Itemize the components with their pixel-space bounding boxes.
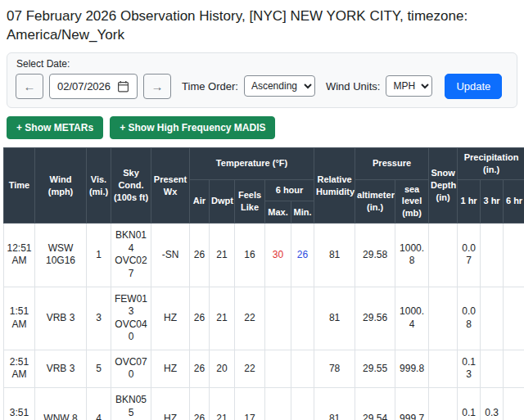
- next-day-button[interactable]: →: [143, 74, 171, 99]
- sea-level-pressure-cell: 1000.8: [395, 224, 429, 287]
- precip-3hr-cell: [481, 350, 504, 387]
- altimeter-cell: 29.56: [355, 287, 395, 350]
- precip-1hr-cell: 0.07: [458, 224, 481, 287]
- table-row: 1:51 AMVRB 33FEW013 OVC040HZ2621228129.5…: [4, 287, 524, 350]
- visibility-cell: 1: [87, 224, 111, 287]
- time-cell: 3:51 AM: [4, 388, 35, 420]
- wind-cell: VRB 3: [35, 287, 87, 350]
- wind-cell: WSW 10G16: [35, 224, 87, 287]
- sky-condition-cell: BKN055 OVC085: [111, 388, 151, 420]
- obs-table-body: 12:51 AMWSW 10G161BKN014 OVC027-SN262116…: [4, 224, 524, 420]
- show-metars-button[interactable]: + Show METARs: [7, 116, 103, 139]
- date-value: 02/07/2026: [57, 80, 111, 93]
- sea-level-pressure-cell: 999.7: [395, 388, 429, 420]
- wind-units-label: Wind Units:: [326, 80, 380, 93]
- time-cell: 12:51 AM: [4, 224, 35, 287]
- snow-depth-cell: [429, 350, 458, 387]
- header-sky-condition: Sky Cond. (100s ft): [111, 147, 151, 223]
- table-header: Time Wind (mph) Vis. (mi.) Sky Cond. (10…: [4, 147, 524, 223]
- relative-humidity-cell: 81: [314, 388, 355, 420]
- snow-depth-cell: [429, 287, 458, 350]
- max-temp-cell: [265, 287, 291, 350]
- feels-like-cell: 22: [235, 287, 265, 350]
- toggle-row: + Show METARs + Show High Frequency MADI…: [7, 116, 517, 139]
- dewpoint-cell: 21: [210, 224, 235, 287]
- header-feels-like: Feels Like: [235, 179, 265, 224]
- table-row: 2:51 AMVRB 35OVC070HZ2620227829.55999.80…: [4, 350, 524, 387]
- select-date-label: Select Date:: [16, 58, 508, 70]
- visibility-cell: 4: [87, 388, 111, 420]
- precip-3hr-cell: 0.38: [481, 388, 504, 420]
- relative-humidity-cell: 81: [314, 224, 355, 287]
- present-wx-cell: HZ: [151, 350, 190, 387]
- header-six-hour-group: 6 hour: [265, 179, 314, 201]
- precip-6hr-cell: [504, 287, 524, 350]
- altimeter-cell: 29.58: [355, 224, 395, 287]
- page-title: 07 February 2026 Observation History, [N…: [7, 7, 514, 45]
- max-temp-cell: [265, 388, 291, 420]
- controls-row: ← 02/07/2026 → Time Order: Ascending: [16, 74, 508, 99]
- header-precip-3hr: 3 hr: [481, 179, 504, 224]
- precip-1hr-cell: 0.08: [458, 287, 481, 350]
- right-arrow-icon: →: [151, 80, 164, 93]
- precip-1hr-cell: 0.17: [458, 388, 481, 420]
- header-relative-humidity: Relative Humidity: [314, 147, 355, 223]
- table-row: 3:51 AMWNW 84BKN055 OVC085HZ2621178129.5…: [4, 388, 524, 420]
- sea-level-pressure-cell: 999.8: [395, 350, 429, 387]
- precip-3hr-cell: [481, 287, 504, 350]
- feels-like-cell: 22: [235, 350, 265, 387]
- wind-units-select[interactable]: MPH: [386, 75, 432, 97]
- precip-6hr-cell: [504, 350, 524, 387]
- left-arrow-icon: ←: [24, 80, 36, 93]
- header-visibility: Vis. (mi.): [87, 147, 111, 223]
- time-order-label: Time Order:: [182, 80, 238, 93]
- show-madis-button[interactable]: + Show High Frequency MADIS: [110, 116, 275, 139]
- header-time: Time: [4, 147, 35, 223]
- max-temp-cell: 30: [265, 224, 291, 287]
- header-max: Max.: [265, 201, 291, 224]
- sky-condition-cell: OVC070: [111, 350, 151, 387]
- min-temp-cell: [291, 350, 314, 387]
- relative-humidity-cell: 81: [314, 287, 355, 350]
- header-sea-level: sea level (mb): [395, 179, 429, 224]
- time-order-select[interactable]: Ascending: [244, 75, 315, 97]
- dewpoint-cell: 20: [210, 350, 235, 387]
- update-button[interactable]: Update: [445, 74, 502, 99]
- wind-cell: WNW 8: [35, 388, 87, 420]
- dewpoint-cell: 21: [210, 287, 235, 350]
- calendar-icon[interactable]: [117, 80, 129, 93]
- min-temp-cell: [291, 388, 314, 420]
- time-cell: 1:51 AM: [4, 287, 35, 350]
- min-temp-cell: 26: [291, 224, 314, 287]
- header-pressure-group: Pressure: [355, 147, 429, 179]
- header-temperature-group: Temperature (°F): [190, 147, 314, 179]
- feels-like-cell: 16: [235, 224, 265, 287]
- air-temp-cell: 26: [190, 224, 210, 287]
- air-temp-cell: 26: [190, 287, 210, 350]
- altimeter-cell: 29.55: [355, 350, 395, 387]
- visibility-cell: 3: [87, 287, 111, 350]
- time-cell: 2:51 AM: [4, 350, 35, 387]
- header-altimeter: altimeter (in.): [355, 179, 395, 224]
- table-row: 12:51 AMWSW 10G161BKN014 OVC027-SN262116…: [4, 224, 524, 287]
- header-precip-6hr: 6 hr: [504, 179, 524, 224]
- present-wx-cell: -SN: [151, 224, 190, 287]
- sea-level-pressure-cell: 1000.4: [395, 287, 429, 350]
- relative-humidity-cell: 78: [314, 350, 355, 387]
- wind-cell: VRB 3: [35, 350, 87, 387]
- dewpoint-cell: 21: [210, 388, 235, 420]
- precip-1hr-cell: 0.13: [458, 350, 481, 387]
- sky-condition-cell: BKN014 OVC027: [111, 224, 151, 287]
- header-air: Air: [190, 179, 210, 224]
- header-present-wx: Present Wx: [151, 147, 190, 223]
- header-snow-depth: Snow Depth (in): [429, 147, 458, 223]
- precip-6hr-cell: [504, 388, 524, 420]
- snow-depth-cell: [429, 224, 458, 287]
- previous-day-button[interactable]: ←: [16, 74, 43, 99]
- altimeter-cell: 29.54: [355, 388, 395, 420]
- present-wx-cell: HZ: [151, 287, 190, 350]
- sky-condition-cell: FEW013 OVC040: [111, 287, 151, 350]
- header-precip-1hr: 1 hr: [458, 179, 481, 224]
- precip-3hr-cell: [481, 224, 504, 287]
- date-input[interactable]: 02/07/2026: [49, 74, 138, 99]
